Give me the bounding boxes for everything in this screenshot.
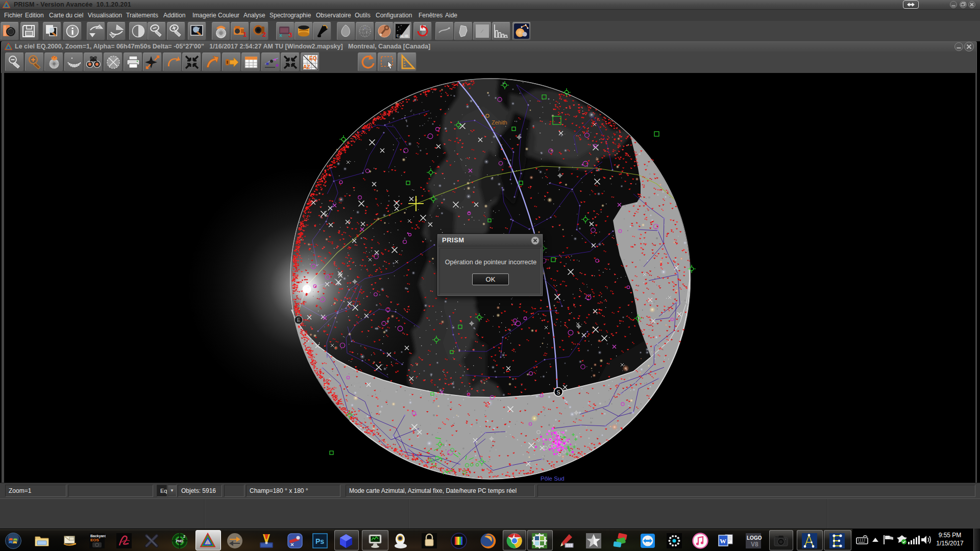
svg-text:1: 1 bbox=[243, 31, 247, 38]
svg-text:LOGO: LOGO bbox=[747, 535, 762, 541]
svg-text:Zenith: Zenith bbox=[492, 119, 507, 126]
svg-text:CALIB: CALIB bbox=[397, 34, 408, 38]
svg-text:2: 2 bbox=[262, 31, 266, 38]
svg-text:V8: V8 bbox=[751, 541, 758, 548]
svg-text:S: S bbox=[556, 389, 560, 395]
svg-text:EQ: EQ bbox=[309, 56, 317, 61]
svg-text:E: E bbox=[297, 317, 301, 323]
svg-text:Ps: Ps bbox=[315, 537, 324, 545]
svg-text:3: 3 bbox=[288, 31, 292, 39]
svg-text:PHD: PHD bbox=[176, 539, 183, 543]
svg-text:2: 2 bbox=[183, 535, 185, 538]
svg-text:W: W bbox=[720, 537, 726, 545]
svg-text:EOS: EOS bbox=[90, 538, 100, 542]
svg-text:AZ: AZ bbox=[303, 64, 310, 70]
svg-text:Pôle Sud: Pôle Sud bbox=[541, 475, 565, 482]
